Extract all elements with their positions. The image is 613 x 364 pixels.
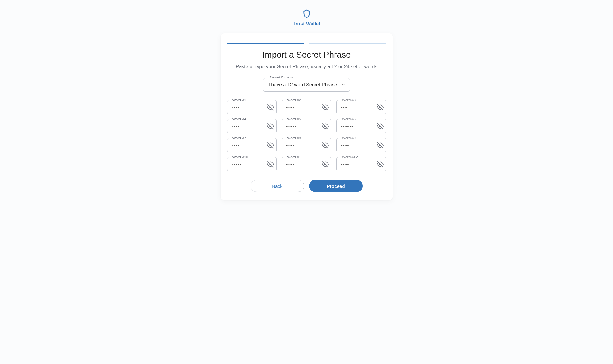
word-field-6: Word #6 <box>336 119 386 133</box>
word-field-8: Word #8 <box>282 138 331 152</box>
eye-off-icon[interactable] <box>377 104 384 111</box>
word-input-11[interactable] <box>286 162 320 167</box>
word-input-1[interactable] <box>232 105 265 110</box>
word-label-3: Word #3 <box>340 98 357 102</box>
word-label-1: Word #1 <box>231 98 248 102</box>
eye-off-icon[interactable] <box>377 142 384 149</box>
word-label-8: Word #8 <box>285 136 302 140</box>
word-input-9[interactable] <box>341 143 374 148</box>
phrase-length-select[interactable]: I have a 12 word Secret Phrase <box>263 78 350 92</box>
word-input-4[interactable] <box>232 124 265 129</box>
word-input-10[interactable] <box>232 162 265 167</box>
word-label-11: Word #11 <box>285 155 305 159</box>
word-input-7[interactable] <box>232 143 265 148</box>
eye-off-icon[interactable] <box>377 123 384 130</box>
eye-off-icon[interactable] <box>267 142 274 149</box>
word-input-5[interactable] <box>286 124 320 129</box>
proceed-button[interactable]: Proceed <box>309 180 363 192</box>
eye-off-icon[interactable] <box>267 161 274 168</box>
word-field-12: Word #12 <box>336 157 386 171</box>
eye-off-icon[interactable] <box>322 104 329 111</box>
eye-off-icon[interactable] <box>322 142 329 149</box>
progress-step-2 <box>309 43 386 44</box>
import-card: Import a Secret Phrase Paste or type you… <box>221 33 393 200</box>
word-label-12: Word #12 <box>340 155 359 159</box>
word-input-3[interactable] <box>341 105 374 110</box>
phrase-select-value: I have a 12 word Secret Phrase <box>268 82 337 88</box>
word-field-9: Word #9 <box>336 138 386 152</box>
page-subtitle: Paste or type your Secret Phrase, usuall… <box>236 64 377 70</box>
word-field-1: Word #1 <box>227 100 277 114</box>
chevron-down-icon <box>341 83 345 87</box>
word-field-11: Word #11 <box>282 157 331 171</box>
word-label-6: Word #6 <box>340 117 357 121</box>
brand-name: Trust Wallet <box>293 21 320 27</box>
word-label-4: Word #4 <box>231 117 248 121</box>
progress-step-1 <box>227 43 304 44</box>
word-field-2: Word #2 <box>282 100 331 114</box>
action-row: Back Proceed <box>227 180 386 192</box>
word-field-3: Word #3 <box>336 100 386 114</box>
phrase-length-select-wrap: Secret Phrase I have a 12 word Secret Ph… <box>263 78 350 92</box>
word-label-5: Word #5 <box>285 117 302 121</box>
word-label-7: Word #7 <box>231 136 248 140</box>
progress-bar <box>227 43 386 44</box>
word-field-4: Word #4 <box>227 119 277 133</box>
word-input-8[interactable] <box>286 143 320 148</box>
word-label-10: Word #10 <box>231 155 250 159</box>
page-title: Import a Secret Phrase <box>262 50 351 60</box>
eye-off-icon[interactable] <box>267 104 274 111</box>
eye-off-icon[interactable] <box>322 123 329 130</box>
word-label-2: Word #2 <box>285 98 302 102</box>
word-field-10: Word #10 <box>227 157 277 171</box>
word-input-12[interactable] <box>341 162 374 167</box>
eye-off-icon[interactable] <box>377 161 384 168</box>
eye-off-icon[interactable] <box>267 123 274 130</box>
shield-icon <box>302 9 312 19</box>
brand-header: Trust Wallet <box>293 9 320 27</box>
word-label-9: Word #9 <box>340 136 357 140</box>
word-input-6[interactable] <box>341 124 374 129</box>
word-field-7: Word #7 <box>227 138 277 152</box>
eye-off-icon[interactable] <box>322 161 329 168</box>
word-field-5: Word #5 <box>282 119 331 133</box>
words-grid: Word #1 Word #2 Word #3 Word #4 Word #5 … <box>227 100 386 171</box>
back-button[interactable]: Back <box>251 180 304 192</box>
word-input-2[interactable] <box>286 105 320 110</box>
